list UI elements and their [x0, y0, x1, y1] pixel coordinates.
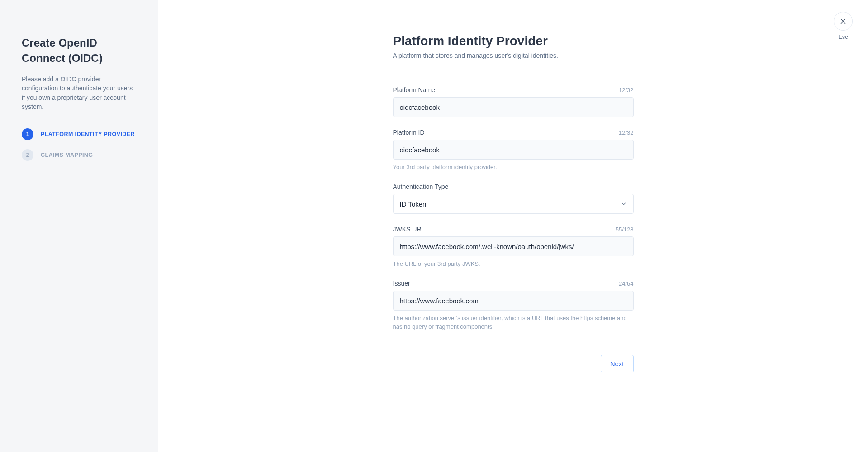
step-label: PLATFORM IDENTITY PROVIDER [41, 131, 135, 137]
field-issuer: Issuer 24/64 The authorization server's … [393, 280, 634, 330]
step-platform-identity-provider[interactable]: 1 PLATFORM IDENTITY PROVIDER [22, 128, 137, 140]
label-platform-id: Platform ID [393, 129, 425, 136]
page-title: Platform Identity Provider [393, 34, 634, 48]
form-content: Platform Identity Provider A platform th… [393, 34, 634, 434]
help-platform-id: Your 3rd party platform identity provide… [393, 163, 634, 171]
step-number: 1 [22, 128, 33, 140]
field-jwks-url: JWKS URL 55/128 The URL of your 3rd part… [393, 226, 634, 268]
count-platform-id: 12/32 [619, 129, 634, 136]
input-platform-name[interactable] [393, 97, 634, 117]
count-platform-name: 12/32 [619, 87, 634, 94]
main-panel: Esc Platform Identity Provider A platfor… [158, 0, 868, 452]
input-jwks-url[interactable] [393, 236, 634, 256]
field-platform-id: Platform ID 12/32 Your 3rd party platfor… [393, 129, 634, 171]
label-jwks-url: JWKS URL [393, 226, 425, 233]
input-platform-id[interactable] [393, 140, 634, 160]
divider [393, 343, 634, 343]
sidebar-title: Create OpenID Connect (OIDC) [22, 35, 137, 66]
step-label: CLAIMS MAPPING [41, 152, 93, 158]
help-issuer: The authorization server's issuer identi… [393, 314, 634, 330]
step-list: 1 PLATFORM IDENTITY PROVIDER 2 CLAIMS MA… [22, 128, 137, 161]
esc-label: Esc [834, 33, 853, 40]
label-auth-type: Authentication Type [393, 183, 449, 190]
page-subtitle: A platform that stores and manages user'… [393, 52, 634, 59]
input-issuer[interactable] [393, 291, 634, 311]
close-icon [840, 18, 847, 25]
field-platform-name: Platform Name 12/32 [393, 86, 634, 117]
form-footer: Next [393, 355, 634, 372]
step-number: 2 [22, 149, 33, 161]
close-button[interactable] [834, 12, 853, 31]
next-button[interactable]: Next [601, 355, 634, 372]
sidebar: Create OpenID Connect (OIDC) Please add … [0, 0, 158, 452]
close-area: Esc [834, 12, 853, 40]
select-auth-type[interactable]: ID Token [393, 194, 634, 214]
help-jwks-url: The URL of your 3rd party JWKS. [393, 260, 634, 268]
count-issuer: 24/64 [619, 280, 634, 287]
label-issuer: Issuer [393, 280, 410, 287]
chevron-down-icon [621, 201, 627, 207]
step-claims-mapping[interactable]: 2 CLAIMS MAPPING [22, 149, 137, 161]
select-auth-type-value: ID Token [400, 200, 427, 208]
field-auth-type: Authentication Type ID Token [393, 183, 634, 214]
count-jwks-url: 55/128 [616, 226, 634, 233]
label-platform-name: Platform Name [393, 86, 435, 94]
sidebar-description: Please add a OIDC provider configuration… [22, 75, 137, 111]
